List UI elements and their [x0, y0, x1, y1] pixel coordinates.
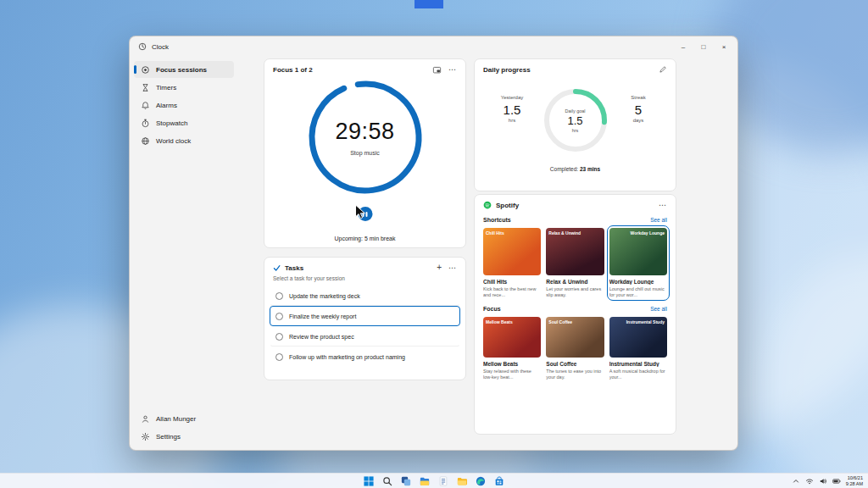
- task-row[interactable]: Update the marketing deck: [270, 286, 460, 306]
- task-radio: [275, 313, 283, 320]
- timer-remaining: 29:58: [335, 119, 394, 145]
- playlist-card-instrumental-study[interactable]: Instrumental Study Instrumental Study A …: [609, 317, 667, 380]
- playlist-cover: Instrumental Study: [609, 317, 667, 358]
- edit-pencil-icon[interactable]: [659, 65, 667, 74]
- playlist-description: Kick back to the best new and rece...: [483, 286, 541, 298]
- playlist-cover: Soul Coffee: [546, 317, 604, 358]
- cover-title-text: Soul Coffee: [548, 319, 601, 324]
- task-radio: [275, 292, 283, 300]
- spotify-logo-icon: [483, 201, 492, 209]
- playlist-name: Soul Coffee: [546, 361, 604, 367]
- tasks-subtitle: Select a task for your session: [264, 272, 465, 281]
- tasks-more-menu[interactable]: ⋯: [448, 264, 457, 272]
- playlist-description: Stay relaxed with these low-key beat...: [483, 369, 541, 380]
- playlist-name: Relax & Unwind: [546, 279, 604, 285]
- task-radio: [275, 333, 283, 341]
- sidebar: Focus sessions Timers Alarms Stopwatch: [130, 57, 238, 450]
- tray-chevron-up-icon[interactable]: [792, 477, 800, 485]
- clock-window: Clock – □ × Focus sessions Timers: [129, 36, 738, 451]
- spotify-panel-title: Spotify: [496, 202, 519, 209]
- cover-title-text: Instrumental Study: [612, 319, 665, 324]
- shortcuts-see-all-link[interactable]: See all: [650, 217, 667, 223]
- streak-value: 5: [611, 103, 665, 117]
- playlist-card-relax-unwind[interactable]: Relax & Unwind Relax & Unwind Let your w…: [546, 228, 604, 298]
- main-content: Focus 1 of 2 ⋯ 29:58 Stop music Upcoming…: [238, 57, 737, 450]
- completed-summary: Completed: 23 mins: [475, 166, 676, 172]
- alarms-icon: [141, 101, 150, 110]
- sidebar-item-alarms[interactable]: Alarms: [134, 97, 234, 114]
- stop-music-toggle[interactable]: Stop music: [350, 150, 380, 156]
- titlebar[interactable]: Clock – □ ×: [130, 36, 737, 57]
- tray-date: 10/6/21: [846, 475, 863, 481]
- tray-time: 9:28 AM: [846, 481, 863, 487]
- task-row-selected[interactable]: Finalize the weekly report: [270, 306, 460, 326]
- add-task-button[interactable]: +: [437, 263, 442, 272]
- office-document-icon[interactable]: [438, 476, 448, 486]
- start-button-icon[interactable]: [364, 476, 374, 486]
- goal-value: 1.5: [567, 114, 582, 127]
- store-icon[interactable]: [494, 476, 504, 486]
- playlist-card-soul-coffee[interactable]: Soul Coffee Soul Coffee The tunes to eas…: [546, 317, 604, 380]
- task-view-icon[interactable]: [401, 476, 411, 486]
- volume-icon[interactable]: [819, 477, 827, 485]
- focus-sessions-icon: [141, 65, 150, 75]
- playlist-name: Mellow Beats: [483, 361, 541, 367]
- sidebar-item-stopwatch[interactable]: Stopwatch: [134, 114, 234, 131]
- playlist-description: Let your worries and cares slip away.: [546, 286, 604, 298]
- battery-icon[interactable]: [832, 477, 841, 485]
- close-button[interactable]: ×: [714, 36, 734, 57]
- focus-more-menu[interactable]: ⋯: [448, 66, 457, 74]
- spotify-more-menu[interactable]: ⋯: [659, 202, 667, 209]
- playlist-card-chill-hits[interactable]: Chill Hits Chill Hits Kick back to the b…: [483, 228, 541, 298]
- sidebar-item-world-clock[interactable]: World clock: [134, 132, 234, 149]
- edge-browser-icon[interactable]: [476, 476, 486, 486]
- world-clock-icon: [141, 136, 150, 146]
- spotify-panel: Spotify ⋯ Shortcuts See all Chill Hits C…: [474, 194, 676, 435]
- window-title: Clock: [152, 43, 169, 51]
- cover-title-text: Chill Hits: [486, 230, 538, 236]
- task-label: Update the marketing deck: [289, 293, 360, 299]
- minimize-button[interactable]: –: [673, 36, 693, 57]
- sidebar-item-settings[interactable]: Settings: [134, 428, 234, 445]
- file-explorer-icon[interactable]: [420, 476, 430, 486]
- sidebar-item-focus-sessions[interactable]: Focus sessions: [134, 61, 234, 78]
- focus-see-all-link[interactable]: See all: [650, 306, 667, 312]
- cover-title-text: Mellow Beats: [486, 319, 538, 324]
- playlist-description: A soft musical backdrop for your...: [609, 369, 667, 380]
- playlist-card-workday-lounge[interactable]: Workday Lounge Workday Lounge Lounge and…: [609, 228, 667, 298]
- clock-app-icon: [138, 42, 147, 51]
- streak-stat: Streak 5 days: [611, 95, 665, 123]
- sidebar-item-label: Stopwatch: [156, 119, 187, 127]
- playlist-cover: Mellow Beats: [483, 317, 541, 358]
- sidebar-item-timers[interactable]: Timers: [134, 79, 234, 96]
- wifi-icon[interactable]: [805, 477, 814, 485]
- cover-title-text: Workday Lounge: [612, 230, 665, 236]
- stopwatch-icon: [141, 119, 150, 128]
- playlist-description: Lounge and chill out music for your wor.…: [609, 286, 667, 298]
- user-avatar-icon: [141, 414, 150, 424]
- daily-goal-ring: Daily goal 1.5 hrs: [540, 85, 611, 156]
- playlist-cover: Workday Lounge: [609, 228, 667, 275]
- sidebar-item-label: Timers: [156, 84, 176, 92]
- search-icon[interactable]: [382, 476, 392, 486]
- tray-clock[interactable]: 10/6/21 9:28 AM: [846, 475, 863, 487]
- completed-label: Completed:: [550, 166, 578, 172]
- timers-icon: [141, 83, 150, 92]
- yesterday-value: 1.5: [485, 103, 539, 117]
- playlist-cover: Chill Hits: [483, 228, 541, 275]
- daily-progress-title: Daily progress: [483, 66, 531, 74]
- maximize-button[interactable]: □: [693, 36, 714, 57]
- goal-unit: hrs: [572, 128, 579, 133]
- yesterday-label: Yesterday: [485, 95, 539, 100]
- sidebar-user-account[interactable]: Allan Munger: [134, 410, 234, 427]
- task-row[interactable]: Review the product spec: [270, 326, 460, 347]
- compact-overlay-icon[interactable]: [432, 65, 442, 75]
- cover-title-text: Relax & Unwind: [548, 230, 601, 236]
- folder-icon[interactable]: [457, 476, 467, 486]
- playlist-name: Chill Hits: [483, 279, 541, 285]
- taskbar: 10/6/21 9:28 AM: [0, 473, 868, 488]
- task-row[interactable]: Follow up with marketing on product nami…: [270, 347, 460, 367]
- playlist-card-mellow-beats[interactable]: Mellow Beats Mellow Beats Stay relaxed w…: [483, 317, 541, 380]
- shortcuts-section-label: Shortcuts: [483, 217, 511, 223]
- user-name-label: Allan Munger: [156, 415, 196, 423]
